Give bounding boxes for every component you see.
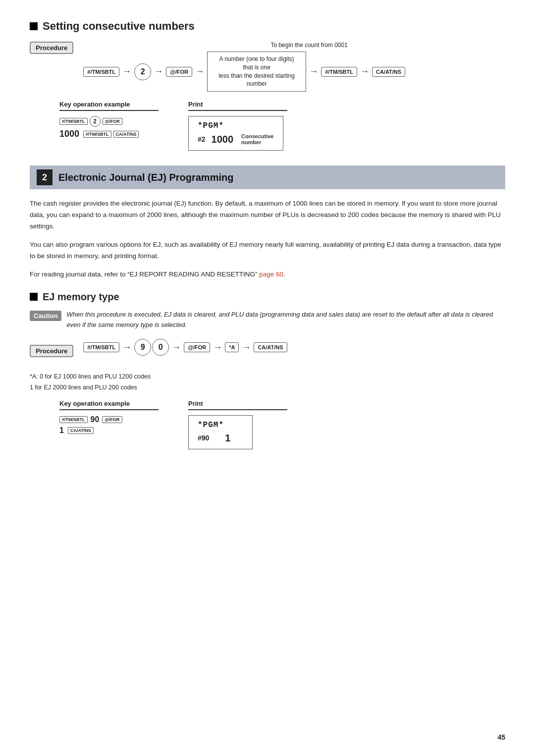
key-small-tmsbtl-2: #/TM/SBTL (83, 131, 111, 138)
section1-flow-area: Procedure To begin the count from 0001 #… (30, 42, 505, 92)
key-seq-line-4: 1 CA/AT/NS (59, 426, 159, 435)
key-circle-2: 2 (134, 63, 151, 80)
section1-title: Setting consecutive numbers (30, 20, 505, 33)
key-ca-at-ns-2: CA/AT/NS (254, 342, 287, 352)
section2-title: Electronic Journal (EJ) Programming (58, 172, 233, 183)
print-receipt-2: *PGM* #90 1 (188, 415, 253, 449)
section2-para1: The cash register provides the electroni… (30, 198, 505, 232)
footnote-line1: *A: 0 for EJ 1000 lines and PLU 1200 cod… (30, 372, 505, 382)
key-ca-at-ns-1: CA/AT/NS (372, 67, 405, 77)
black-square-icon-2 (30, 293, 38, 301)
footnote-area: *A: 0 for EJ 1000 lines and PLU 1200 cod… (30, 372, 505, 393)
print-num-1: 1000 (212, 134, 234, 145)
ej-key-example: Key operation example #/TM/SBTL 90 @/FOR… (59, 400, 159, 449)
key-for-1: @/FOR (166, 67, 192, 77)
key-tm-sbtl-3: #/TM/SBTL (83, 342, 119, 352)
key-small-tmsbtl-1: #/TM/SBTL (59, 118, 88, 125)
key-circle-small-2: 2 (90, 116, 101, 127)
ej-examples: Key operation example #/TM/SBTL 90 @/FOR… (59, 400, 505, 449)
ej-flow-area: Procedure #/TM/SBTL → 9 0 → @/FOR → *A →… (30, 339, 505, 363)
caution-row: Caution When this procedure is executed,… (30, 310, 505, 330)
print-title-2: Print (188, 400, 287, 410)
key-tm-sbtl-1: #/TM/SBTL (83, 67, 119, 77)
arrow-9: → (242, 342, 251, 353)
arrow-3: → (195, 66, 204, 77)
key-seq-line-1: #/TM/SBTL 2 @/FOR (59, 116, 159, 127)
print-num-2: 1 (225, 432, 230, 444)
key-90: 90 (91, 415, 100, 424)
print-label-90: #90 (198, 434, 209, 442)
section2-para2: You can also program various options for… (30, 239, 505, 262)
arrow-2: → (154, 66, 163, 77)
key-small-tmsbtl-3: #/TM/SBTL (59, 416, 88, 423)
print-receipt-1: *PGM* #2 1000 Consecutivenumber (188, 116, 283, 151)
section2-link[interactable]: page 60 (259, 270, 283, 278)
key-star-a: *A (225, 342, 239, 352)
key-small-for-1: @/FOR (103, 118, 122, 125)
arrow-1: → (122, 66, 131, 77)
page-number: 45 (497, 733, 505, 741)
procedure-label-2: Procedure (30, 345, 73, 357)
key-1: 1 (59, 426, 64, 435)
arrow-7: → (172, 342, 181, 353)
key-seq-line-3: #/TM/SBTL 90 @/FOR (59, 415, 159, 424)
print-title-1: Print (188, 101, 287, 111)
key-example-title-1: Key operation example (59, 101, 159, 111)
section1-key-example: Key operation example #/TM/SBTL 2 @/FOR … (59, 101, 159, 151)
print-pgm-2: *PGM* (198, 421, 243, 430)
section1-examples: Key operation example #/TM/SBTL 2 @/FOR … (59, 101, 505, 151)
print-row-1: #2 1000 Consecutivenumber (198, 133, 274, 145)
section2-para3: For reading journal data, refer to “EJ R… (30, 269, 505, 280)
flow-diagram-1: #/TM/SBTL → 2 → @/FOR → A number (one to… (83, 52, 505, 92)
print-row-2: #90 1 (198, 432, 243, 444)
key-seq-1000: 1000 (59, 129, 79, 139)
key-small-caatns-1: CA/AT/NS (113, 131, 139, 138)
key-small-for-2: @/FOR (102, 416, 122, 423)
key-example-title-2: Key operation example (59, 400, 159, 410)
black-square-icon (30, 22, 38, 30)
key-for-2: @/FOR (184, 342, 210, 352)
caution-label: Caution (30, 311, 61, 321)
key-tm-sbtl-2: #/TM/SBTL (321, 67, 357, 77)
section2-header: 2 Electronic Journal (EJ) Programming (30, 165, 505, 189)
top-note: To begin the count from 0001 (113, 42, 505, 49)
key-circle-9: 9 (134, 339, 151, 356)
arrow-8: → (213, 342, 222, 353)
ej-print: Print *PGM* #90 1 (188, 400, 287, 449)
key-seq-line-2: 1000 #/TM/SBTL CA/AT/NS (59, 129, 159, 139)
arrow-4: → (309, 66, 318, 77)
ej-memory-title: EJ memory type (30, 291, 505, 303)
key-small-caatns-2: CA/AT/NS (68, 427, 94, 434)
print-pgm-1: *PGM* (198, 121, 274, 130)
consecutive-label: Consecutivenumber (241, 133, 273, 145)
print-label-2: #2 (198, 135, 206, 143)
flow-diagram-2: #/TM/SBTL → 9 0 → @/FOR → *A → CA/AT/NS (83, 339, 287, 356)
arrow-6: → (122, 342, 131, 353)
footnote-line2: 1 for EJ 2000 lines and PLU 200 codes (30, 382, 505, 393)
section1-print: Print *PGM* #2 1000 Consecutivenumber (188, 101, 287, 151)
caution-text: When this procedure is executed, EJ data… (66, 310, 505, 330)
arrow-5: → (360, 66, 369, 77)
section2-num: 2 (37, 169, 53, 185)
procedure-label-1: Procedure (30, 42, 73, 54)
key-circle-0: 0 (152, 339, 169, 356)
note-box-1: A number (one to four digits) that is on… (207, 52, 306, 92)
